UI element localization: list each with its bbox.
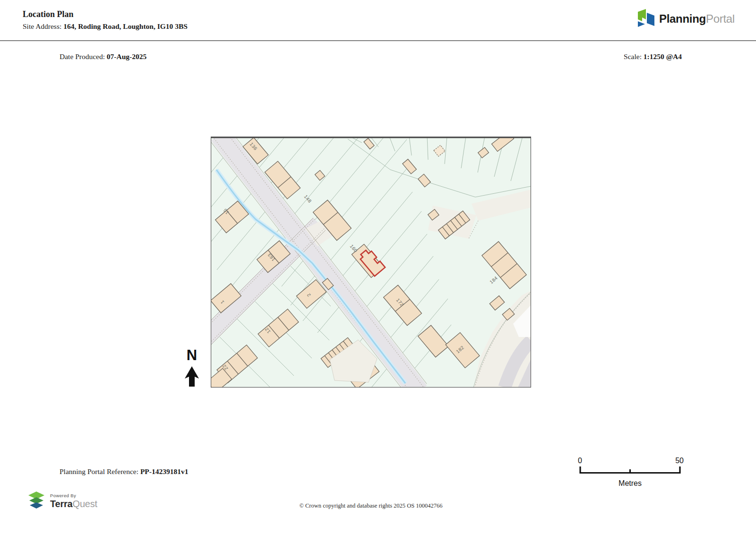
terraquest-logo: Powered By TerraQuest [26, 492, 97, 510]
site-address-value: 164, Roding Road, Loughton, IG10 3BS [63, 22, 188, 30]
date-produced-value: 07-Aug-2025 [107, 52, 146, 60]
scale-value: 1:1250 @A4 [644, 52, 682, 60]
location-plan-page: Location Plan Site Address: 164, Roding … [0, 0, 756, 535]
scale-bar: 0 50 Metres [579, 457, 681, 488]
date-produced: Date Produced: 07-Aug-2025 [60, 52, 146, 61]
page-title: Location Plan [23, 9, 74, 19]
scale-bar-ruler [579, 466, 681, 475]
reference-value: PP-14239181v1 [140, 467, 189, 475]
crown-copyright: © Crown copyright and database rights 20… [211, 502, 531, 509]
location-plan-map: 136 148 160 172 184 182 15 163 1 2 12 22 [211, 137, 531, 388]
logo-word-quest: Quest [73, 499, 97, 509]
scale-bar-unit: Metres [579, 479, 681, 488]
scale-bar-end: 50 [675, 457, 684, 465]
header-divider [0, 40, 756, 41]
powered-by-label: Powered By [50, 493, 97, 498]
date-produced-label: Date Produced: [60, 52, 105, 60]
reference-label: Planning Portal Reference: [60, 467, 138, 475]
site-address: Site Address: 164, Roding Road, Loughton… [23, 22, 188, 31]
scale-info: Scale: 1:1250 @A4 [624, 52, 682, 61]
scale-label: Scale: [624, 52, 642, 60]
terraquest-logo-icon [26, 492, 46, 510]
logo-word-planning: Planning [659, 12, 706, 25]
logo-word-terra: Terra [50, 499, 73, 509]
site-address-label: Site Address: [23, 22, 61, 30]
north-arrow: N [181, 348, 202, 389]
scale-bar-start: 0 [578, 457, 582, 465]
terraquest-logo-text: Powered By TerraQuest [50, 493, 97, 509]
north-label: N [181, 348, 202, 362]
map-canvas: 136 148 160 172 184 182 15 163 1 2 12 22 [211, 137, 531, 388]
planning-portal-reference: Planning Portal Reference: PP-14239181v1 [60, 467, 189, 476]
planning-portal-logo: PlanningPortal [634, 8, 735, 30]
north-arrow-icon [182, 365, 201, 387]
planning-portal-logo-text: PlanningPortal [659, 12, 735, 26]
logo-word-portal: Portal [706, 12, 735, 25]
planning-portal-logo-icon [634, 8, 655, 30]
